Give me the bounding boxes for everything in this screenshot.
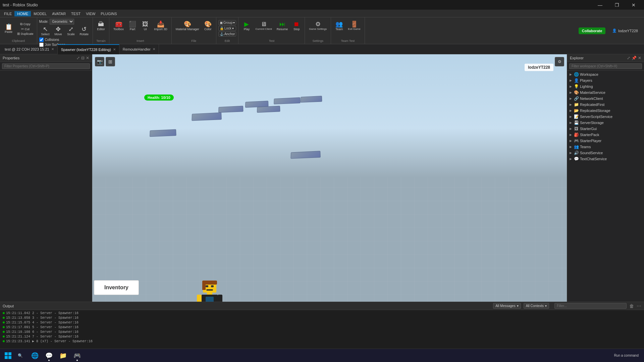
terrain-editor-button[interactable]: 🏔 Editor — [95, 20, 107, 32]
game-settings-button[interactable]: ⚙ Game Settings — [307, 20, 329, 32]
window-controls: — ❐ ✕ — [592, 0, 641, 10]
tab-spawner[interactable]: Spawner (lodzeYT228 Editing) ✕ — [58, 44, 119, 54]
tree-item-network-client[interactable]: ▶ 🔗 NetworkClient — [567, 96, 644, 102]
taskbar-search-button[interactable]: 🔍 — [15, 350, 25, 361]
tab-test[interactable]: test @ 22 СОН 2023 15:21 ✕ — [1, 44, 58, 54]
menu-file[interactable]: FILE — [1, 11, 14, 16]
scale-button[interactable]: ⤢ Scale — [65, 25, 77, 37]
import3d-button[interactable]: 📥 Import 3D — [152, 20, 169, 32]
select-button[interactable]: ↖ Select — [39, 25, 52, 37]
explorer-expand-button[interactable]: ⤢ — [627, 56, 630, 60]
taskbar-app-files[interactable]: 📁 — [56, 350, 70, 362]
explorer-pin-button[interactable]: 📌 — [632, 56, 637, 60]
tree-icon-network-client: 🔗 — [574, 96, 579, 101]
all-messages-dropdown[interactable]: All Messages ▾ — [493, 303, 521, 309]
tree-label-network-client: NetworkClient — [580, 97, 603, 101]
properties-close-button[interactable]: ✕ — [86, 56, 89, 60]
tab-remote-close[interactable]: ✕ — [153, 47, 155, 51]
output-clear-icon[interactable]: 🗑 — [629, 303, 634, 309]
lock-button[interactable]: 🔒 Lock ▾ — [218, 26, 236, 31]
toolbox-button[interactable]: 🧰 Toolbox — [111, 20, 126, 32]
stop-button[interactable]: ⏹ Stop — [290, 20, 303, 32]
cut-button[interactable]: ✂ Cut — [16, 27, 35, 31]
taskbar-app-discord[interactable]: 💬 — [42, 350, 56, 362]
menu-home[interactable]: HOME — [14, 11, 31, 16]
properties-settings-button[interactable]: ⊟ — [81, 56, 85, 60]
menu-model[interactable]: MODEL — [31, 11, 49, 16]
material-manager-button[interactable]: 🎨 Material Manager — [174, 20, 201, 32]
tree-item-material-service[interactable]: ▶ 🎨 MaterialService — [567, 89, 644, 96]
explorer-filter-input[interactable] — [569, 63, 642, 69]
ui-icon: 🖼 — [142, 21, 148, 27]
menu-plugins[interactable]: PLUGINS — [98, 11, 119, 16]
part-button[interactable]: ⬛ Part — [126, 20, 139, 32]
tree-item-starter-pack[interactable]: ▶ 🎒 StarterPack — [567, 132, 644, 138]
taskbar-app-roblox[interactable]: 🎮 — [70, 350, 84, 362]
properties-filter-input[interactable] — [2, 63, 90, 69]
tree-item-sound-service[interactable]: ▶ 🔊 SoundService — [567, 150, 644, 156]
tree-item-players[interactable]: ▶ 👤 Players — [567, 77, 644, 83]
viewport-settings-button[interactable]: ⚙ — [555, 57, 564, 66]
duplicate-button[interactable]: ⊞ Duplicate — [16, 32, 35, 36]
resume-icon: ⏭ — [279, 21, 285, 27]
output-filter-input[interactable] — [554, 303, 627, 309]
output-more-icon[interactable]: ⋯ — [637, 303, 641, 309]
viewport-camera-button[interactable]: 📷 — [95, 57, 104, 66]
log-dot — [3, 321, 5, 323]
tab-test-close[interactable]: ✕ — [51, 47, 54, 51]
tree-arrow-players: ▶ — [569, 78, 573, 82]
menu-test[interactable]: TEST — [68, 11, 83, 16]
current-client-button[interactable]: 🖥 Current Client — [253, 20, 274, 32]
tree-arrow-replicated-first: ▶ — [569, 103, 573, 107]
tree-label-server-storage: ServerStorage — [580, 121, 604, 125]
tree-item-teams[interactable]: ▶ 👥 Teams — [567, 144, 644, 150]
properties-expand-button[interactable]: ⤢ — [76, 56, 80, 60]
tree-item-server-script-service[interactable]: ▶ 📝 ServerScriptService — [567, 114, 644, 120]
move-button[interactable]: ✥ Move — [52, 25, 64, 37]
anchor-button[interactable]: ⚓ Anchor — [218, 32, 236, 37]
platform-2 — [218, 106, 243, 113]
tree-item-lighting[interactable]: ▶ 💡 Lighting — [567, 83, 644, 89]
menu-view[interactable]: VIEW — [83, 11, 98, 16]
collaborate-button[interactable]: Collaborate — [579, 27, 606, 34]
taskbar-app-edge[interactable]: 🌐 — [28, 350, 42, 362]
all-contexts-dropdown[interactable]: All Contexts ▾ — [524, 303, 549, 309]
tree-item-text-chat-service[interactable]: ▶ 💬 TextChatService — [567, 156, 644, 162]
tree-icon-starter-player: 🎮 — [574, 138, 579, 143]
group-button[interactable]: ▣ Group ▾ — [218, 20, 236, 25]
log-line: 15:21:23.141 ▶ 8 (x7) - Server - Spawner… — [0, 339, 644, 344]
exit-game-button[interactable]: 🚪 Exit Game — [346, 20, 362, 32]
rotate-icon: ↺ — [82, 26, 87, 32]
tree-item-starter-gui[interactable]: ▶ 🖼 StarterGui — [567, 126, 644, 132]
log-text: 15:21:19.108 6 - Server - Spawner:16 — [6, 330, 78, 334]
color-button[interactable]: 🎨 Color — [202, 20, 214, 32]
team-button[interactable]: 👥 Team — [333, 20, 345, 32]
tree-item-starter-player[interactable]: ▶ 🎮 StarterPlayer — [567, 138, 644, 144]
menu-avatar[interactable]: AVATAR — [49, 11, 68, 16]
settings-section: ⚙ Game Settings Settings — [305, 17, 331, 44]
copy-button[interactable]: ⧉ Copy — [16, 22, 35, 26]
tree-item-workspace[interactable]: ▶ 🌐 Workspace — [567, 71, 644, 77]
play-button[interactable]: ▶ Play — [240, 20, 253, 32]
rotate-button[interactable]: ↺ Rotate — [78, 25, 91, 37]
minimize-button[interactable]: — — [592, 0, 608, 10]
tree-item-server-storage[interactable]: ▶ 💾 ServerStorage — [567, 120, 644, 126]
tree-item-replicated-first[interactable]: ▶ 📁 ReplicatedFirst — [567, 102, 644, 108]
close-button[interactable]: ✕ — [626, 0, 641, 10]
mode-dropdown[interactable]: Geometric — [50, 19, 74, 24]
tree-label-starter-pack: StarterPack — [580, 133, 599, 137]
insert-section: 🧰 Toolbox ⬛ Part 🖼 UI 📥 Import 3D Insert — [109, 17, 172, 44]
tree-item-replicated-storage[interactable]: ▶ 📂 ReplicatedStorage — [567, 108, 644, 114]
maximize-button[interactable]: ❐ — [609, 0, 625, 10]
resume-button[interactable]: ⏭ Resume — [275, 20, 290, 32]
log-line: 15:21:17.091 5 - Server - Spawner:16 — [0, 325, 644, 329]
ui-button[interactable]: 🖼 UI — [139, 20, 151, 32]
start-button[interactable] — [3, 350, 13, 361]
collisions-check[interactable]: Collisions — [39, 38, 91, 42]
tab-remote[interactable]: RemouteHandler ✕ — [119, 44, 159, 54]
paste-button[interactable]: 📋 Paste — [2, 23, 15, 34]
explorer-close-button[interactable]: ✕ — [638, 56, 641, 60]
roblox-icon: 🎮 — [73, 352, 81, 359]
viewport-grid-button[interactable]: ⊞ — [106, 57, 115, 66]
tab-spawner-close[interactable]: ✕ — [113, 48, 116, 51]
